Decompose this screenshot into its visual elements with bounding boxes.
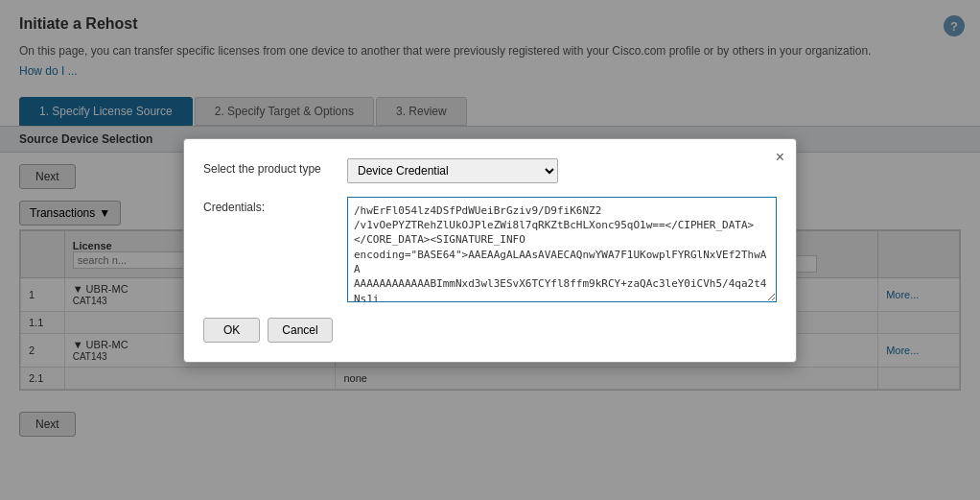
modal-product-type-select[interactable]: Device Credential Smart License PAK (347, 158, 558, 183)
modal-credentials-textarea[interactable] (347, 197, 777, 302)
modal-overlay: × Select the product type Device Credent… (0, 0, 980, 500)
modal-close-button[interactable]: × (776, 149, 784, 166)
modal-credentials-row: Credentials: (203, 197, 777, 302)
modal-box: × Select the product type Device Credent… (183, 138, 797, 363)
modal-credentials-label: Credentials: (203, 197, 347, 214)
modal-product-type-row: Select the product type Device Credentia… (203, 158, 777, 183)
modal-footer: OK Cancel (203, 318, 777, 343)
modal-product-type-label: Select the product type (203, 158, 347, 176)
modal-ok-button[interactable]: OK (203, 318, 260, 343)
page-wrapper: ? Initiate a Rehost On this page, you ca… (0, 0, 980, 500)
modal-cancel-button[interactable]: Cancel (268, 318, 332, 343)
